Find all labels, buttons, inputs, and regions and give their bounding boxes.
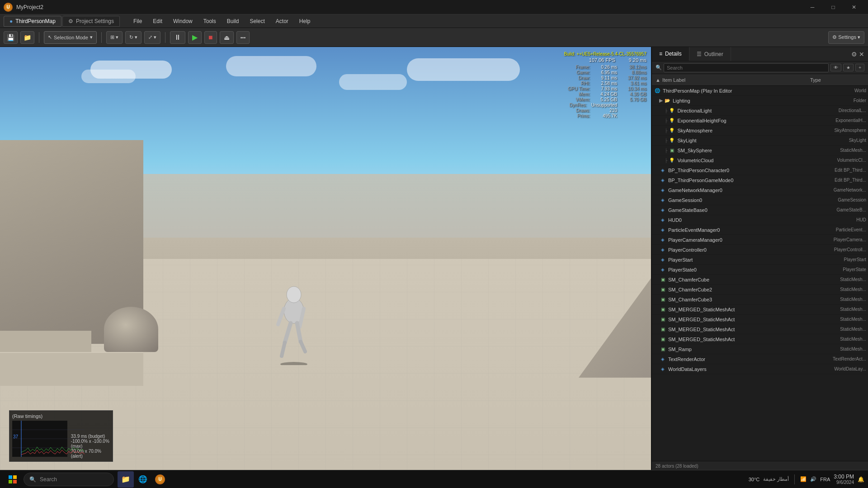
list-item[interactable]: ◈ PlayerStart PlayerStart [652, 255, 868, 265]
panel-settings-button[interactable]: ⚙ [851, 51, 857, 58]
list-item[interactable]: ▣ SM_MERGED_StaticMeshAct StaticMesh... [652, 334, 868, 344]
list-item[interactable]: ◈ PlayerController0 PlayerControll... [652, 245, 868, 255]
settings-button[interactable]: ⚙ Settings ▾ [828, 31, 864, 44]
item-type-label: ExponentialH... [835, 118, 866, 123]
list-item[interactable]: ▣ SM_MERGED_StaticMeshAct StaticMesh... [652, 305, 868, 314]
list-item[interactable]: ├ ▣ SM_SkySphere StaticMesh... [652, 145, 868, 155]
outliner-filter-eye[interactable]: 👁 [830, 64, 841, 71]
outliner-filter-plus[interactable]: + [855, 64, 864, 71]
menu-help[interactable]: Help [295, 16, 315, 26]
list-item[interactable]: ▣ SM_MERGED_StaticMeshAct StaticMesh... [652, 324, 868, 334]
taskbar-file-explorer[interactable]: 📁 [118, 471, 134, 488]
eject-button[interactable]: ⏏ [220, 31, 234, 44]
tab-outliner[interactable]: ☰ Outliner [689, 47, 731, 61]
list-item[interactable]: ├ 💡 SkyLight SkyLight [652, 136, 868, 145]
list-item[interactable]: ◈ BP_ThirdPersonGameMode0 Edit BP_Third.… [652, 175, 868, 185]
snap-scale-button[interactable]: ⤢ ▾ [144, 31, 160, 44]
menu-file[interactable]: File [129, 16, 146, 26]
list-item[interactable]: ▣ SM_MERGED_StaticMeshAct StaticMesh... [652, 314, 868, 324]
details-icon: ≡ [659, 51, 662, 57]
timing-chart-svg [12, 421, 85, 457]
close-button[interactable]: ✕ [844, 0, 864, 14]
more-options-button[interactable]: ••• [236, 31, 250, 44]
taskbar-search[interactable]: 🔍 Search [24, 473, 114, 486]
maximize-button[interactable]: □ [823, 0, 844, 14]
list-item[interactable]: ◈ WorldDataLayers WorldDataLay... [652, 364, 868, 374]
item-type-label: DirectionalL... [839, 108, 866, 113]
search-input[interactable] [664, 63, 829, 72]
item-type-label: StaticMesh... [840, 287, 866, 292]
snap-translate-button[interactable]: ⊞ ▾ [106, 31, 123, 44]
sound-icon[interactable]: 🔊 [810, 476, 816, 482]
list-item[interactable]: ▶ 📂 Lighting Folder [652, 96, 868, 106]
taskbar-ue5[interactable]: U [152, 471, 168, 488]
start-button[interactable] [4, 472, 22, 487]
list-item[interactable]: ▣ SM_Ramp StaticMesh... [652, 344, 868, 354]
list-item[interactable]: ├ 💡 SkyAtmosphere SkyAtmosphere [652, 126, 868, 136]
list-item[interactable]: ▣ SM_ChamferCube2 StaticMesh... [652, 285, 868, 295]
content-browser-button[interactable]: 📁 [20, 31, 34, 44]
snap-rotate-button[interactable]: ↻ ▾ [125, 31, 142, 44]
item-type-icon: ◈ [659, 197, 666, 204]
cursor-icon: ↖ [48, 34, 52, 40]
resume-button[interactable]: ▶ [188, 31, 202, 44]
viewport[interactable]: Build: ++UE5+Release-5.4-CL-35576957 107… [0, 47, 651, 471]
list-item[interactable]: ├ 💡 ExponentialHeightFog ExponentialH... [652, 116, 868, 126]
panel-close-button[interactable]: ✕ [859, 51, 864, 58]
item-type-label: World [854, 88, 866, 93]
list-item[interactable]: ◈ ParticleEventManager0 ParticleEvent... [652, 225, 868, 235]
menu-tools[interactable]: Tools [199, 16, 221, 26]
list-item[interactable]: ├ 💡 DirectionalLight DirectionalL... [652, 106, 868, 116]
item-label: PlayerState0 [668, 267, 841, 272]
item-type-label: GameSession [838, 197, 866, 202]
tab-project-settings[interactable]: ⚙ Project Settings [62, 16, 120, 27]
list-item[interactable]: 🌐 ThirdPersonMap (Play In Editor World [652, 86, 868, 96]
stat-row: Mem:4.24 GB4.30 GB [555, 92, 646, 97]
item-type-label: PlayerState [843, 267, 866, 272]
minimize-button[interactable]: ─ [802, 0, 823, 14]
panel-tabs: ≡ Details ☰ Outliner ⚙ ✕ [652, 47, 868, 61]
tab-details[interactable]: ≡ Details [652, 47, 689, 61]
list-item[interactable]: ▣ SM_ChamferCube StaticMesh... [652, 275, 868, 285]
menu-bar: ● ThirdPersonMap ⚙ Project Settings File… [0, 14, 868, 28]
menu-build[interactable]: Build [222, 16, 244, 26]
list-item[interactable]: ◈ TextRenderActor TextRenderAct... [652, 354, 868, 364]
network-icon[interactable]: 📶 [800, 476, 807, 482]
save-button[interactable]: 💾 [4, 31, 18, 44]
tab-third-person-map[interactable]: ● ThirdPersonMap [4, 16, 61, 27]
item-type-label: StaticMesh... [840, 307, 866, 312]
list-item[interactable]: ◈ HUD0 HUD [652, 215, 868, 225]
item-type-label: SkyAtmosphere [834, 128, 866, 133]
cloud-2 [81, 70, 136, 83]
item-type-icon: ◈ [659, 256, 666, 263]
taskbar-browser[interactable]: 🌐 [135, 471, 151, 488]
expand-icon: ▶ [659, 98, 663, 103]
stat-row: Prims:495.7K [555, 113, 646, 118]
item-type-icon: ▣ [659, 296, 666, 303]
outliner-filter-star[interactable]: ★ [843, 64, 854, 71]
menu-window[interactable]: Window [169, 16, 197, 26]
item-type-icon: ▣ [659, 276, 666, 283]
stop-button[interactable]: ■ [204, 31, 217, 44]
menu-edit[interactable]: Edit [148, 16, 167, 26]
list-item[interactable]: ◈ GameNetworkManager0 GameNetwork... [652, 185, 868, 195]
item-type-label: Folder [854, 98, 866, 103]
list-item[interactable]: ├ 💡 VolumetricCloud VolumetricCl... [652, 155, 868, 165]
list-item[interactable]: ◈ PlayerCameraManager0 PlayerCamera... [652, 235, 868, 245]
item-type-label: VolumetricCl... [837, 158, 866, 163]
menu-select[interactable]: Select [245, 16, 269, 26]
list-item[interactable]: ◈ GameStateBase0 GameStateB... [652, 205, 868, 215]
list-item[interactable]: ◈ BP_ThirdPersonCharacter0 Edit BP_Third… [652, 165, 868, 175]
selection-mode-button[interactable]: ↖ Selection Mode ▾ [44, 31, 97, 44]
pause-button[interactable]: ⏸ [170, 31, 185, 44]
menu-actor[interactable]: Actor [271, 16, 293, 26]
outliner-list[interactable]: 🌐 ThirdPersonMap (Play In Editor World ▶… [652, 86, 868, 461]
notification-button[interactable]: 🔔 [858, 476, 864, 483]
list-item[interactable]: ◈ GameSession0 GameSession [652, 195, 868, 205]
item-label: DirectionalLight [677, 108, 836, 113]
language-button[interactable]: FRA [820, 477, 830, 482]
list-item[interactable]: ▣ SM_ChamferCube3 StaticMesh... [652, 295, 868, 305]
svg-point-9 [280, 362, 307, 365]
list-item[interactable]: ◈ PlayerState0 PlayerState [652, 265, 868, 275]
stat-row: VMem:5.25 GB5.70 GB [555, 97, 646, 102]
